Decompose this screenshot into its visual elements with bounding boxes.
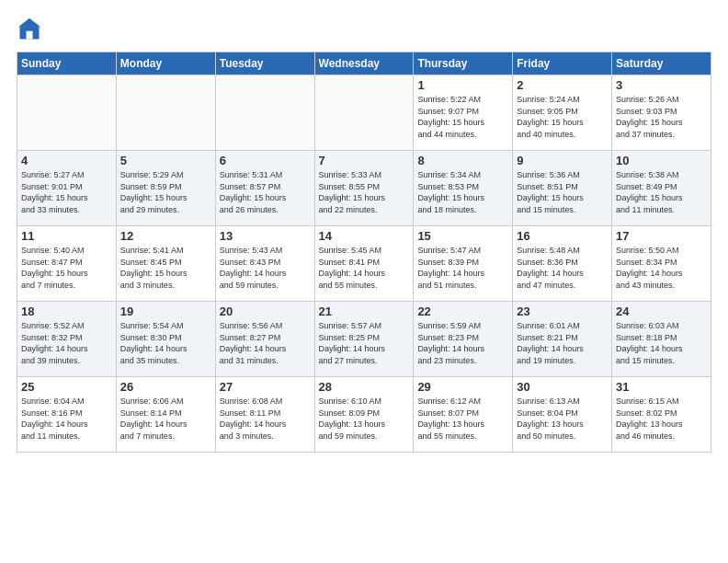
week-row-3: 11Sunrise: 5:40 AM Sunset: 8:47 PM Dayli… bbox=[17, 226, 711, 302]
calendar-cell: 7Sunrise: 5:33 AM Sunset: 8:55 PM Daylig… bbox=[314, 151, 414, 226]
logo-icon bbox=[17, 17, 42, 42]
weekday-header-thursday: Thursday bbox=[414, 52, 513, 75]
day-info: Sunrise: 5:54 AM Sunset: 8:30 PM Dayligh… bbox=[120, 320, 211, 366]
day-number: 24 bbox=[616, 304, 707, 318]
day-info: Sunrise: 5:36 AM Sunset: 8:51 PM Dayligh… bbox=[517, 169, 608, 215]
day-number: 16 bbox=[517, 229, 608, 243]
day-number: 29 bbox=[417, 380, 508, 394]
day-number: 3 bbox=[616, 78, 707, 92]
calendar-cell: 19Sunrise: 5:54 AM Sunset: 8:30 PM Dayli… bbox=[116, 302, 215, 377]
day-number: 25 bbox=[21, 380, 112, 394]
day-number: 17 bbox=[616, 229, 707, 243]
day-info: Sunrise: 6:03 AM Sunset: 8:18 PM Dayligh… bbox=[616, 320, 707, 366]
day-number: 5 bbox=[120, 154, 211, 167]
day-number: 11 bbox=[21, 229, 112, 243]
calendar-cell: 31Sunrise: 6:15 AM Sunset: 8:02 PM Dayli… bbox=[612, 377, 711, 453]
day-info: Sunrise: 6:04 AM Sunset: 8:16 PM Dayligh… bbox=[21, 396, 112, 442]
day-info: Sunrise: 5:38 AM Sunset: 8:49 PM Dayligh… bbox=[616, 169, 707, 215]
day-info: Sunrise: 5:50 AM Sunset: 8:34 PM Dayligh… bbox=[616, 245, 707, 291]
day-info: Sunrise: 5:34 AM Sunset: 8:53 PM Dayligh… bbox=[417, 169, 508, 215]
day-info: Sunrise: 6:13 AM Sunset: 8:04 PM Dayligh… bbox=[517, 396, 608, 442]
day-info: Sunrise: 6:08 AM Sunset: 8:11 PM Dayligh… bbox=[220, 396, 311, 442]
day-number: 22 bbox=[417, 304, 508, 318]
calendar-cell: 16Sunrise: 5:48 AM Sunset: 8:36 PM Dayli… bbox=[513, 226, 612, 302]
calendar-cell: 26Sunrise: 6:06 AM Sunset: 8:14 PM Dayli… bbox=[116, 377, 215, 453]
calendar-cell: 28Sunrise: 6:10 AM Sunset: 8:09 PM Dayli… bbox=[314, 377, 414, 453]
day-info: Sunrise: 6:01 AM Sunset: 8:21 PM Dayligh… bbox=[517, 320, 608, 366]
day-number: 1 bbox=[417, 78, 508, 92]
calendar-cell: 27Sunrise: 6:08 AM Sunset: 8:11 PM Dayli… bbox=[215, 377, 314, 453]
day-info: Sunrise: 5:48 AM Sunset: 8:36 PM Dayligh… bbox=[517, 245, 608, 291]
logo bbox=[17, 17, 46, 42]
day-info: Sunrise: 5:41 AM Sunset: 8:45 PM Dayligh… bbox=[120, 245, 211, 291]
calendar-cell: 10Sunrise: 5:38 AM Sunset: 8:49 PM Dayli… bbox=[612, 151, 711, 226]
calendar-cell: 6Sunrise: 5:31 AM Sunset: 8:57 PM Daylig… bbox=[215, 151, 314, 226]
day-number: 19 bbox=[120, 304, 211, 318]
day-number: 8 bbox=[417, 154, 508, 167]
day-number: 13 bbox=[220, 229, 311, 243]
calendar-cell: 14Sunrise: 5:45 AM Sunset: 8:41 PM Dayli… bbox=[314, 226, 414, 302]
day-number: 10 bbox=[616, 154, 707, 167]
weekday-header-monday: Monday bbox=[116, 52, 215, 75]
calendar-cell: 4Sunrise: 5:27 AM Sunset: 9:01 PM Daylig… bbox=[17, 151, 117, 226]
calendar-cell: 12Sunrise: 5:41 AM Sunset: 8:45 PM Dayli… bbox=[116, 226, 215, 302]
day-info: Sunrise: 6:06 AM Sunset: 8:14 PM Dayligh… bbox=[120, 396, 211, 442]
day-number: 6 bbox=[220, 154, 311, 167]
day-info: Sunrise: 5:43 AM Sunset: 8:43 PM Dayligh… bbox=[220, 245, 311, 291]
calendar-cell: 9Sunrise: 5:36 AM Sunset: 8:51 PM Daylig… bbox=[513, 151, 612, 226]
calendar-cell: 13Sunrise: 5:43 AM Sunset: 8:43 PM Dayli… bbox=[215, 226, 314, 302]
calendar-cell: 23Sunrise: 6:01 AM Sunset: 8:21 PM Dayli… bbox=[513, 302, 612, 377]
svg-rect-2 bbox=[27, 31, 33, 40]
calendar-cell: 17Sunrise: 5:50 AM Sunset: 8:34 PM Dayli… bbox=[612, 226, 711, 302]
calendar-cell bbox=[17, 75, 117, 151]
day-info: Sunrise: 5:27 AM Sunset: 9:01 PM Dayligh… bbox=[21, 169, 112, 215]
day-number: 20 bbox=[220, 304, 311, 318]
calendar-cell: 21Sunrise: 5:57 AM Sunset: 8:25 PM Dayli… bbox=[314, 302, 414, 377]
calendar-cell bbox=[314, 75, 414, 151]
day-info: Sunrise: 5:45 AM Sunset: 8:41 PM Dayligh… bbox=[319, 245, 410, 291]
day-info: Sunrise: 5:59 AM Sunset: 8:23 PM Dayligh… bbox=[417, 320, 508, 366]
week-row-2: 4Sunrise: 5:27 AM Sunset: 9:01 PM Daylig… bbox=[17, 151, 711, 226]
calendar-cell: 3Sunrise: 5:26 AM Sunset: 9:03 PM Daylig… bbox=[612, 75, 711, 151]
day-number: 26 bbox=[120, 380, 211, 394]
weekday-header-wednesday: Wednesday bbox=[314, 52, 414, 75]
weekday-header-tuesday: Tuesday bbox=[215, 52, 314, 75]
calendar-cell: 1Sunrise: 5:22 AM Sunset: 9:07 PM Daylig… bbox=[414, 75, 513, 151]
day-number: 31 bbox=[616, 380, 707, 394]
calendar-cell: 18Sunrise: 5:52 AM Sunset: 8:32 PM Dayli… bbox=[17, 302, 117, 377]
day-info: Sunrise: 6:10 AM Sunset: 8:09 PM Dayligh… bbox=[319, 396, 410, 442]
calendar-cell: 30Sunrise: 6:13 AM Sunset: 8:04 PM Dayli… bbox=[513, 377, 612, 453]
day-info: Sunrise: 5:24 AM Sunset: 9:05 PM Dayligh… bbox=[517, 94, 608, 140]
page: SundayMondayTuesdayWednesdayThursdayFrid… bbox=[0, 0, 728, 563]
weekday-header-row: SundayMondayTuesdayWednesdayThursdayFrid… bbox=[17, 52, 711, 75]
calendar-cell bbox=[215, 75, 314, 151]
day-number: 12 bbox=[120, 229, 211, 243]
day-info: Sunrise: 5:31 AM Sunset: 8:57 PM Dayligh… bbox=[220, 169, 311, 215]
day-info: Sunrise: 5:33 AM Sunset: 8:55 PM Dayligh… bbox=[319, 169, 410, 215]
day-number: 23 bbox=[517, 304, 608, 318]
calendar-cell: 22Sunrise: 5:59 AM Sunset: 8:23 PM Dayli… bbox=[414, 302, 513, 377]
weekday-header-saturday: Saturday bbox=[612, 52, 711, 75]
header bbox=[17, 17, 711, 42]
day-info: Sunrise: 5:52 AM Sunset: 8:32 PM Dayligh… bbox=[21, 320, 112, 366]
weekday-header-sunday: Sunday bbox=[17, 52, 117, 75]
day-info: Sunrise: 6:12 AM Sunset: 8:07 PM Dayligh… bbox=[417, 396, 508, 442]
week-row-4: 18Sunrise: 5:52 AM Sunset: 8:32 PM Dayli… bbox=[17, 302, 711, 377]
day-info: Sunrise: 5:56 AM Sunset: 8:27 PM Dayligh… bbox=[220, 320, 311, 366]
day-info: Sunrise: 5:29 AM Sunset: 8:59 PM Dayligh… bbox=[120, 169, 211, 215]
calendar-cell: 8Sunrise: 5:34 AM Sunset: 8:53 PM Daylig… bbox=[414, 151, 513, 226]
calendar-cell: 20Sunrise: 5:56 AM Sunset: 8:27 PM Dayli… bbox=[215, 302, 314, 377]
day-number: 14 bbox=[319, 229, 410, 243]
calendar-cell: 25Sunrise: 6:04 AM Sunset: 8:16 PM Dayli… bbox=[17, 377, 117, 453]
day-info: Sunrise: 5:47 AM Sunset: 8:39 PM Dayligh… bbox=[417, 245, 508, 291]
calendar: SundayMondayTuesdayWednesdayThursdayFrid… bbox=[17, 52, 711, 453]
day-number: 9 bbox=[517, 154, 608, 167]
day-info: Sunrise: 5:26 AM Sunset: 9:03 PM Dayligh… bbox=[616, 94, 707, 140]
calendar-cell: 2Sunrise: 5:24 AM Sunset: 9:05 PM Daylig… bbox=[513, 75, 612, 151]
day-number: 21 bbox=[319, 304, 410, 318]
day-number: 30 bbox=[517, 380, 608, 394]
calendar-cell bbox=[116, 75, 215, 151]
day-number: 2 bbox=[517, 78, 608, 92]
day-number: 27 bbox=[220, 380, 311, 394]
day-info: Sunrise: 5:57 AM Sunset: 8:25 PM Dayligh… bbox=[319, 320, 410, 366]
